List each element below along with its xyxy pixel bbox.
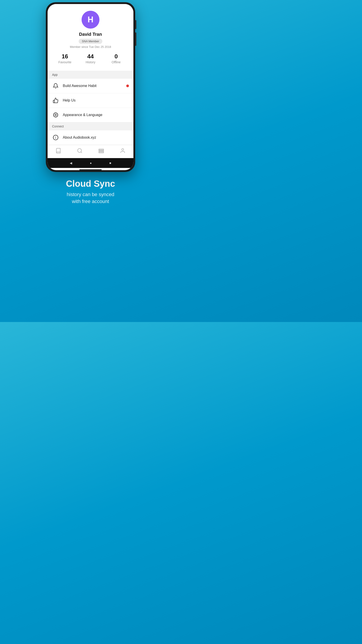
- svg-point-1: [55, 114, 56, 116]
- thumbsup-icon: [52, 97, 59, 104]
- svg-line-9: [54, 116, 54, 116]
- member-since: Member since Tue Dec 25 2018: [70, 45, 111, 48]
- svg-point-18: [122, 148, 124, 150]
- menu-label-habit: Build Awesome Habit: [63, 84, 129, 88]
- menu-label-help: Help Us: [63, 98, 129, 102]
- svg-rect-16: [99, 150, 104, 152]
- nav-library[interactable]: [55, 148, 61, 154]
- stat-favourite-number: 16: [62, 53, 68, 60]
- nav-profile[interactable]: [120, 148, 126, 154]
- home-button[interactable]: ●: [90, 161, 92, 165]
- android-nav-bar: ◀ ● ■: [48, 158, 133, 168]
- member-badge: SNA Member: [79, 39, 102, 44]
- profile-section: H David Tran SNA Member Member since Tue…: [48, 4, 133, 71]
- menu-item-appearance[interactable]: Appearance & Language: [48, 108, 133, 122]
- promo-title: Cloud Sync: [66, 179, 115, 188]
- stats-row: 16 Favourite 44 History 0 Offline: [52, 53, 129, 64]
- user-name: David Tran: [79, 32, 102, 37]
- camera-icon: [52, 111, 59, 118]
- promo-subtitle: history can be syncedwith free account: [66, 191, 115, 205]
- nav-stack[interactable]: [98, 148, 104, 154]
- notification-dot: [126, 84, 129, 87]
- phone-wrapper: H David Tran SNA Member Member since Tue…: [46, 2, 135, 172]
- promo-section: Cloud Sync history can be syncedwith fre…: [61, 172, 120, 210]
- stat-favourite[interactable]: 16 Favourite: [52, 53, 78, 64]
- menu-item-about[interactable]: About Audiobook.xyz: [48, 130, 133, 145]
- android-home-indicator: [79, 169, 102, 170]
- svg-rect-15: [99, 149, 104, 150]
- svg-line-14: [81, 152, 82, 153]
- bell-icon: [52, 82, 59, 90]
- stack-icon: [98, 148, 104, 154]
- svg-line-8: [57, 113, 57, 114]
- stat-offline-number: 0: [114, 53, 117, 60]
- stat-history-label: History: [86, 60, 95, 64]
- book-icon: [55, 148, 61, 154]
- menu-label-appearance: Appearance & Language: [63, 113, 129, 117]
- avatar-letter: H: [88, 15, 93, 24]
- svg-line-7: [57, 116, 57, 116]
- search-icon: [77, 148, 83, 154]
- section-header-app: App: [48, 71, 133, 79]
- stat-offline-label: Offline: [112, 60, 121, 64]
- section-header-connect: Connect: [48, 122, 133, 130]
- bottom-nav: [48, 145, 133, 158]
- stat-offline[interactable]: 0 Offline: [103, 53, 129, 64]
- svg-rect-17: [99, 152, 104, 153]
- phone-frame: H David Tran SNA Member Member since Tue…: [46, 2, 135, 172]
- stat-history[interactable]: 44 History: [78, 53, 103, 64]
- info-icon: [52, 134, 59, 141]
- phone-screen: H David Tran SNA Member Member since Tue…: [48, 4, 133, 170]
- menu-item-help[interactable]: Help Us: [48, 93, 133, 108]
- stat-history-number: 44: [87, 53, 94, 60]
- nav-search[interactable]: [77, 148, 83, 154]
- svg-point-13: [77, 148, 81, 152]
- person-icon: [120, 148, 126, 154]
- menu-label-about: About Audiobook.xyz: [63, 136, 129, 140]
- svg-line-6: [54, 113, 54, 114]
- avatar: H: [81, 11, 99, 28]
- menu-item-habit[interactable]: Build Awesome Habit: [48, 79, 133, 93]
- back-button[interactable]: ◀: [70, 161, 72, 165]
- stat-favourite-label: Favourite: [58, 60, 71, 64]
- recents-button[interactable]: ■: [109, 161, 111, 165]
